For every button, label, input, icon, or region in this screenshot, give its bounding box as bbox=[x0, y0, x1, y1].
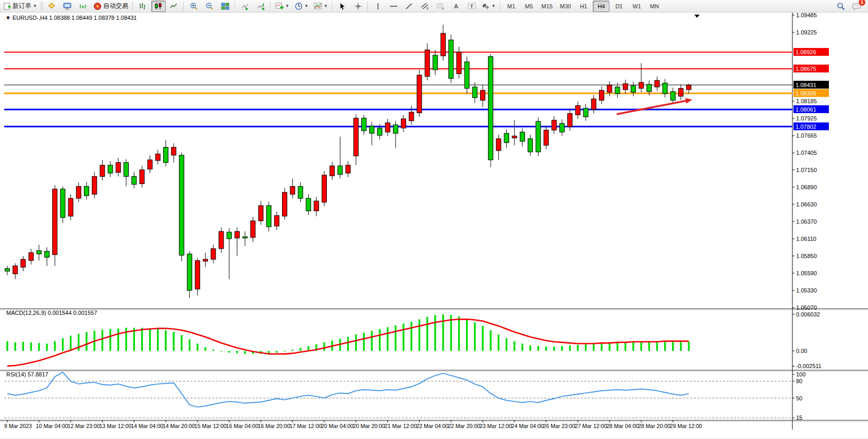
crosshair-icon bbox=[354, 3, 362, 10]
candle bbox=[314, 201, 319, 211]
candle bbox=[203, 259, 208, 261]
time-axis-label: 23 Mar 12:00 bbox=[480, 423, 512, 429]
text-tool-button[interactable]: A bbox=[449, 1, 463, 12]
candle bbox=[5, 269, 10, 271]
candle bbox=[100, 165, 105, 177]
add-indicator-icon bbox=[275, 2, 284, 10]
time-axis-label: 12 Mar 23:00 bbox=[68, 423, 100, 429]
cursor-tool-button[interactable] bbox=[335, 1, 350, 12]
label-tool-button[interactable]: T bbox=[464, 1, 479, 12]
tile-windows-icon bbox=[221, 2, 229, 10]
candle bbox=[623, 84, 628, 90]
price-badge-label: 1.08431 bbox=[796, 82, 816, 88]
candle bbox=[116, 163, 120, 173]
templates-button[interactable]: ▼ bbox=[312, 1, 330, 12]
candle bbox=[251, 221, 255, 238]
periods-button[interactable]: ▼ bbox=[292, 1, 311, 12]
candle bbox=[576, 105, 580, 115]
candle bbox=[298, 186, 303, 198]
candle bbox=[29, 253, 33, 261]
price-tick-label: 1.05330 bbox=[796, 287, 817, 294]
timeframe-H4[interactable]: H4 bbox=[593, 1, 609, 12]
candle bbox=[84, 186, 89, 196]
candle bbox=[401, 119, 406, 128]
candle bbox=[259, 205, 263, 221]
template-icon bbox=[314, 2, 322, 10]
candle bbox=[290, 186, 295, 194]
channel-tool-button[interactable]: E bbox=[418, 1, 432, 12]
timeframe-M15[interactable]: M15 bbox=[539, 1, 556, 12]
search-icon bbox=[837, 2, 845, 10]
candle bbox=[583, 108, 588, 117]
timeframe-M5[interactable]: M5 bbox=[521, 1, 537, 12]
rsi-tick-label: 15 bbox=[796, 414, 802, 421]
timeframe-D1[interactable]: D1 bbox=[610, 1, 627, 12]
time-axis-label: 22 Mar 04:00 bbox=[416, 423, 448, 429]
timeframe-MN[interactable]: MN bbox=[646, 1, 663, 12]
candle bbox=[441, 33, 446, 56]
candle bbox=[274, 215, 279, 226]
candle bbox=[53, 189, 57, 255]
bar-chart-mode-button[interactable] bbox=[136, 1, 150, 12]
notifications-button[interactable]: 1 bbox=[849, 1, 864, 12]
timeframe-W1[interactable]: W1 bbox=[628, 1, 645, 12]
candle bbox=[639, 82, 644, 88]
macd-tick-label: -0.002511 bbox=[796, 363, 822, 369]
time-axis-label: 26 Mar 23:00 bbox=[543, 423, 576, 429]
candlestick-mode-button[interactable] bbox=[151, 1, 166, 12]
time-axis-label: 10 Mar 04:00 bbox=[36, 423, 68, 429]
price-badge-label: 1.08305 bbox=[796, 90, 816, 96]
trendline-tool-button[interactable] bbox=[402, 1, 417, 12]
add-indicator-button[interactable]: ▼ bbox=[273, 1, 291, 12]
price-tick-label: 1.08185 bbox=[796, 98, 817, 104]
timeframe-H1[interactable]: H1 bbox=[575, 1, 592, 12]
zoom-in-icon bbox=[190, 2, 198, 10]
candle bbox=[140, 170, 144, 184]
new-order-button[interactable]: 新订单 ▼ bbox=[2, 1, 39, 12]
zoom-out-button[interactable] bbox=[202, 1, 217, 12]
candle bbox=[607, 85, 612, 92]
crosshair-tool-button[interactable] bbox=[351, 1, 365, 12]
candle bbox=[187, 254, 192, 290]
timeframe-M30[interactable]: M30 bbox=[557, 1, 574, 12]
candle bbox=[687, 85, 691, 90]
zoom-in-button[interactable] bbox=[187, 1, 201, 12]
auto-scroll-button[interactable] bbox=[238, 1, 252, 12]
candle bbox=[647, 84, 652, 92]
time-axis-label: 20 Mar 04:00 bbox=[321, 423, 353, 429]
time-axis-label: 27 Mar 12:00 bbox=[574, 423, 607, 429]
time-axis-label: 20 Mar 20:00 bbox=[353, 423, 385, 429]
tile-windows-button[interactable] bbox=[218, 1, 233, 12]
time-axis-label: 14 Mar 20:00 bbox=[163, 423, 195, 429]
autotrading-icon bbox=[93, 2, 102, 10]
candle bbox=[211, 249, 216, 259]
fibonacci-tool-button[interactable]: F bbox=[433, 1, 448, 12]
candle bbox=[385, 123, 390, 132]
signals-button[interactable] bbox=[76, 1, 90, 12]
chart-area[interactable]: 1.094851.092251.081851.079251.076651.074… bbox=[0, 13, 868, 439]
candle bbox=[409, 112, 414, 121]
quotes-button[interactable] bbox=[44, 1, 59, 12]
chart-shift-icon bbox=[256, 2, 265, 10]
candle bbox=[457, 52, 461, 74]
vline-tool-button[interactable] bbox=[371, 1, 385, 12]
market-depth-button[interactable] bbox=[60, 1, 75, 12]
autotrading-button[interactable]: 自动交易 bbox=[91, 1, 130, 12]
chart-canvas[interactable]: 1.094851.092251.081851.079251.076651.074… bbox=[0, 13, 868, 439]
search-button[interactable] bbox=[834, 1, 848, 12]
candle bbox=[520, 132, 525, 141]
candle bbox=[670, 92, 675, 101]
line-chart-mode-button[interactable] bbox=[167, 1, 181, 12]
arrows-tool-button[interactable]: ▼ bbox=[480, 1, 498, 12]
chart-shift-button[interactable] bbox=[253, 1, 268, 12]
hline-tool-button[interactable] bbox=[386, 1, 401, 12]
rsi-label: RSI(14) 57.8817 bbox=[6, 371, 48, 377]
timeframe-M1[interactable]: M1 bbox=[503, 1, 520, 12]
candle bbox=[108, 165, 113, 173]
candle bbox=[330, 166, 335, 176]
candle bbox=[132, 176, 137, 184]
candle bbox=[124, 163, 129, 177]
candle bbox=[13, 266, 18, 274]
candle bbox=[552, 120, 556, 130]
candle bbox=[655, 80, 659, 87]
